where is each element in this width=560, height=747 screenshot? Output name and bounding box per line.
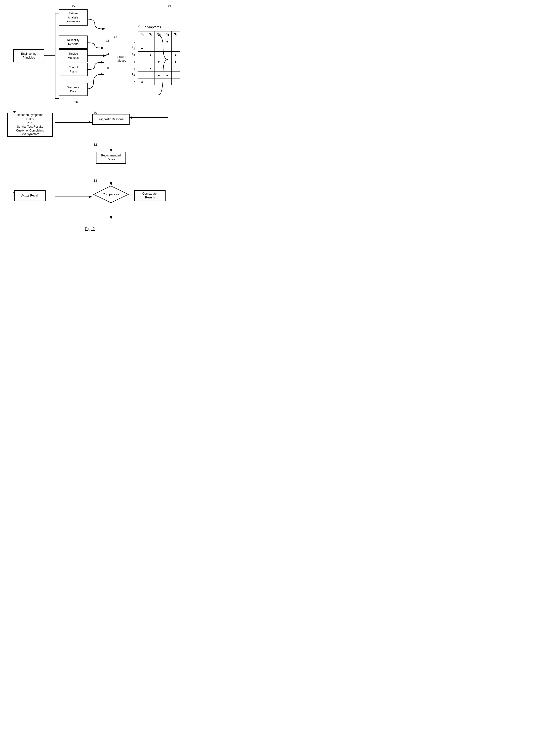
reported-symptoms-title: Reported Symptoms [9, 113, 50, 117]
warranty-data-box: WarrantyData [59, 83, 87, 96]
label-23: 23 [106, 39, 109, 43]
reported-item-pids: PIDs [9, 121, 50, 125]
diagram: 27 22 21 23 24 25 26 28 29 30 31 32 33 3… [0, 0, 180, 245]
reliability-reports-label: ReliabilityReports [67, 38, 79, 46]
svg-marker-27 [110, 216, 112, 220]
failure-modes-label: FailureModes [115, 55, 128, 62]
reported-symptoms-box: Reported Symptoms DTCs PIDs Service Test… [7, 113, 53, 137]
diagnostic-reasoner-box: Diagnostic Reasoner [92, 114, 130, 125]
dot-f1s4 [167, 41, 168, 43]
dot-f3s2 [150, 54, 151, 56]
dot-f5s2 [150, 68, 151, 69]
label-32: 32 [94, 143, 97, 146]
table-row-f2: F2 [130, 45, 180, 52]
table-row-f3: F3 [130, 52, 180, 58]
service-manuals-box: ServiceManuals [59, 49, 87, 62]
svg-marker-5 [101, 47, 104, 49]
label-28: 28 [114, 35, 117, 39]
svg-marker-8 [101, 61, 104, 63]
warranty-data-label: WarrantyData [68, 85, 79, 94]
dot-f2s1 [141, 48, 143, 49]
actual-repair-label: Actual Repair [21, 194, 39, 198]
comparator-diamond: Comparator [92, 185, 130, 204]
diagnostic-reasoner-label: Diagnostic Reasoner [98, 118, 124, 122]
dot-f7s1 [141, 81, 143, 83]
reported-item-text: Text Symptom [9, 132, 50, 136]
dot-f6s4 [167, 75, 168, 76]
engineering-principles-box: Engineering Principles [13, 49, 44, 62]
dot-f6s3 [158, 75, 159, 76]
reported-item-complaints: Customer Complaints [9, 129, 50, 133]
dot-f4s5 [175, 61, 176, 62]
fm-symptom-table: S1 S2 S3 S4 S5 F1 F2 F3 [130, 31, 180, 85]
table-row-f4: F4 [130, 58, 180, 65]
recommended-repair-label: Recommended Repair [101, 154, 121, 161]
svg-marker-9 [101, 73, 104, 76]
table-row-f6: F6 [130, 72, 180, 78]
service-manuals-label: ServiceManuals [68, 52, 78, 60]
svg-marker-15 [89, 121, 92, 124]
reported-item-dtcs: DTCs [9, 118, 50, 122]
svg-marker-4 [102, 28, 106, 30]
actual-repair-box: Actual Repair [15, 190, 46, 201]
label-33: 33 [94, 179, 97, 182]
dot-f3s5 [175, 54, 176, 56]
svg-marker-23 [89, 196, 92, 198]
label-26: 26 [74, 100, 78, 104]
table-row-f5: F5 [130, 65, 180, 72]
control-plans-label: ControlPlans [69, 66, 78, 74]
svg-text:Comparator: Comparator [103, 192, 119, 196]
control-plans-box: ControlPlans [59, 63, 87, 76]
label-29: 29 [138, 24, 141, 28]
figure-label: Fig. 2 [77, 227, 103, 231]
label-24: 24 [106, 52, 109, 56]
table-row-f7: F7 [130, 78, 180, 85]
label-21: 21 [168, 4, 171, 8]
label-25: 25 [106, 66, 109, 70]
table-row-f1: F1 [130, 38, 180, 45]
reported-item-service: Service Test Results [9, 125, 50, 129]
engineering-principles-label: Engineering Principles [21, 52, 36, 59]
label-27: 27 [72, 4, 75, 8]
symptoms-label: Symptoms [145, 25, 161, 29]
failure-analysis-box: FailureAnalysisProcesses [59, 9, 87, 26]
recommended-repair-box: Recommended Repair [96, 152, 126, 164]
dot-f4s3 [158, 61, 159, 62]
comparator-results-box: Comparator Results [134, 190, 166, 201]
comparator-results-label: Comparator Results [142, 192, 157, 199]
failure-analysis-label: FailureAnalysisProcesses [67, 11, 80, 24]
reliability-reports-box: ReliabilityReports [59, 35, 87, 49]
